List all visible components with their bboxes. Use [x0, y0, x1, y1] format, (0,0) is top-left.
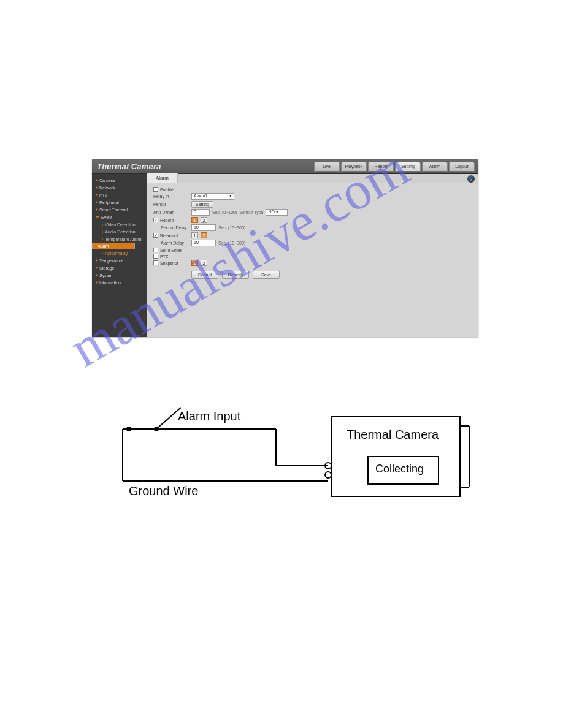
relay-out-ch-1[interactable]: 1	[191, 232, 198, 238]
record-ch-2[interactable]: 2	[201, 217, 207, 223]
sidebar-sub-alarm[interactable]: Alarm	[92, 243, 135, 249]
relay-out-label: Relay-out	[160, 233, 178, 238]
tab-setting[interactable]: Setting	[395, 162, 421, 172]
sidebar-item-network[interactable]: Network	[92, 184, 147, 191]
sensor-type-select[interactable]: NO ▾	[266, 209, 288, 216]
record-checkbox[interactable]: ✓	[153, 218, 158, 222]
wiring-diagram: Alarm Input Ground Wire Thermal Camera C…	[92, 392, 472, 527]
ptz-checkbox[interactable]	[153, 254, 158, 259]
sensor-type-value: NO	[268, 210, 275, 214]
svg-point-9	[325, 472, 331, 478]
sidebar-item-event[interactable]: Event	[92, 213, 147, 221]
snapshot-ch-1[interactable]: 1	[191, 260, 198, 266]
relay-in-select[interactable]: Alarm1 ▾	[191, 193, 234, 200]
sensor-type-label: Sensor Type	[239, 210, 263, 214]
sidebar-sub-audio-detection[interactable]: Audio Detection	[92, 228, 147, 235]
alarm-delay-input[interactable]: 10	[191, 240, 216, 246]
app-title: Thermal Camera	[97, 162, 314, 171]
snapshot-ch-2[interactable]: 2	[201, 260, 207, 266]
diagram-label-collecting: Collecting	[375, 463, 424, 476]
relay-in-value: Alarm1	[194, 194, 207, 198]
ptz-label: PTZ	[160, 254, 168, 259]
snapshot-checkbox[interactable]	[153, 260, 158, 265]
save-button[interactable]: Save	[253, 271, 280, 279]
enable-checkbox[interactable]	[153, 187, 158, 192]
diagram-label-alarm-input: Alarm Input	[178, 409, 240, 423]
sidebar-item-camera[interactable]: Camera	[92, 176, 147, 184]
default-button[interactable]: Default	[191, 271, 218, 279]
record-delay-hint: Sec. (10~300)	[218, 226, 245, 230]
anti-dither-label: Anti-Dither	[153, 210, 191, 214]
record-delay-input[interactable]: 10	[191, 224, 216, 231]
tab-live[interactable]: Live	[314, 162, 340, 172]
send-email-label: Send Email	[160, 248, 182, 252]
app-frame: Thermal Camera Live Playback Report Sett…	[92, 159, 478, 337]
sidebar-item-information[interactable]: Information	[92, 279, 147, 286]
main-panel: Alarm ? Enable Relay-in Alarm1 ▾ Period …	[147, 174, 478, 337]
help-icon[interactable]: ?	[467, 175, 475, 183]
tab-playback[interactable]: Playback	[341, 162, 367, 172]
refresh-button[interactable]: Refresh	[222, 271, 249, 279]
relay-out-checkbox[interactable]: ✓	[153, 233, 158, 238]
record-label: Record	[160, 218, 174, 222]
diagram-label-ground-wire: Ground Wire	[129, 484, 198, 498]
tab-report[interactable]: Report	[368, 162, 394, 172]
svg-point-3	[126, 427, 131, 431]
sidebar-sub-video-detection[interactable]: Video Detection	[92, 221, 147, 228]
sidebar-item-storage[interactable]: Storage	[92, 264, 147, 271]
sidebar-item-peripheral[interactable]: Peripheral	[92, 199, 147, 206]
relay-in-label: Relay-in	[153, 194, 191, 199]
alarm-delay-label: Alarm Delay	[153, 241, 191, 245]
sidebar-item-temperature[interactable]: Temperature	[92, 257, 147, 264]
enable-label: Enable	[160, 188, 174, 192]
period-label: Period	[153, 202, 191, 207]
snapshot-label: Snapshot	[160, 261, 178, 265]
sidebar-sub-temperature-alarm[interactable]: Temperature Alarm	[92, 235, 147, 243]
app-body: Camera Network PTZ Peripheral Smart Ther…	[92, 174, 478, 337]
tab-alarm[interactable]: Alarm	[422, 162, 448, 172]
diagram-label-thermal-camera: Thermal Camera	[347, 428, 439, 442]
sidebar-item-system[interactable]: System	[92, 271, 147, 279]
period-setting-button[interactable]: Setting	[191, 201, 213, 208]
anti-dither-input[interactable]: 0	[191, 209, 210, 216]
record-ch-1[interactable]: 1	[191, 217, 198, 223]
top-nav: Live Playback Report Setting Alarm Logou…	[314, 162, 475, 172]
svg-line-5	[156, 408, 181, 429]
app-header: Thermal Camera Live Playback Report Sett…	[92, 159, 478, 174]
panel-tab-alarm[interactable]: Alarm	[147, 173, 178, 183]
sidebar: Camera Network PTZ Peripheral Smart Ther…	[92, 174, 147, 337]
sidebar-item-ptz[interactable]: PTZ	[92, 191, 147, 199]
anti-dither-hint: Sec. (0~100)	[212, 210, 237, 214]
tab-logout[interactable]: Logout	[449, 162, 475, 172]
sidebar-sub-abnormality[interactable]: Abnormality	[92, 249, 147, 257]
alarm-delay-hint: Sec. (10~300)	[218, 241, 245, 245]
record-delay-label: Record Delay	[153, 226, 191, 230]
sidebar-item-smart-thermal[interactable]: Smart Thermal	[92, 206, 147, 213]
relay-out-ch-2[interactable]: 2	[201, 232, 207, 238]
form-area: Enable Relay-in Alarm1 ▾ Period Setting …	[147, 183, 478, 337]
send-email-checkbox[interactable]	[153, 248, 158, 252]
